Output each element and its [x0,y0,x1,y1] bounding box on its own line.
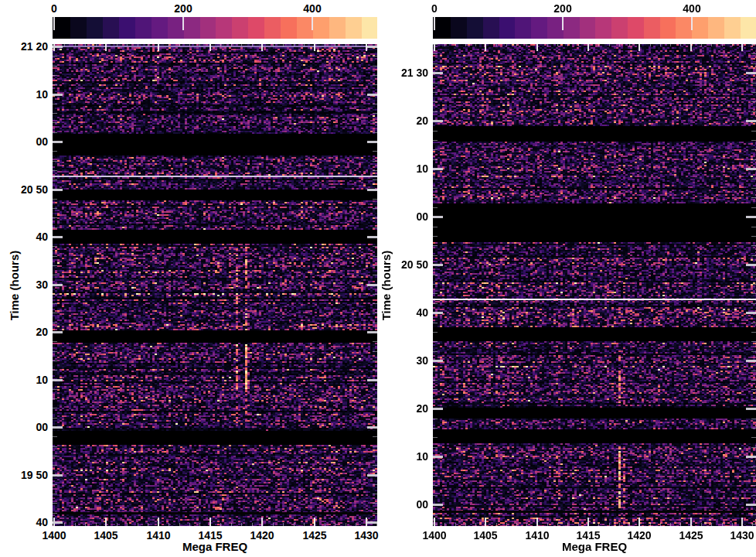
x-tick-label: 1415 [186,528,235,542]
colorbar-tick-label: 200 [538,2,587,15]
y-tick-label: 30 [373,354,428,367]
x-tick-label: 1430 [717,528,756,542]
x-tick-label: 1420 [615,528,664,542]
y-tick-label: 00 [0,420,48,434]
y-tick-label: 40 [373,306,428,320]
spectrogram-canvas-right [433,44,756,526]
y-tick-label: 10 [0,87,48,101]
x-tick-label: 1400 [410,528,459,542]
y-tick-label: 00 [0,135,48,149]
colorbar-tick-label: 0 [29,2,79,15]
y-axis-title-right: Time (hours) [380,224,397,347]
x-axis-title-left: Mega FREQ [161,540,269,554]
colorbar-tick-label: 400 [288,2,337,15]
spectrogram-panel-right: Time (hours) Mega FREQ 020040021 3020100… [0,0,756,557]
figure: Time (hours) Mega FREQ 020040021 2010002… [0,0,756,557]
y-tick-label: 40 [0,515,48,529]
x-tick-label: 1405 [81,528,131,542]
y-tick-label: 00 [373,497,428,511]
y-tick-label: 21 30 [373,66,428,80]
x-tick-label: 1420 [237,528,287,542]
colorbar-tick-label: 200 [158,2,208,15]
colorbar-tick-label: 0 [410,2,459,15]
y-tick-label: 20 [0,325,48,339]
y-tick-label: 10 [373,162,428,176]
x-tick-label: 1405 [461,528,510,542]
x-tick-label: 1425 [290,528,339,542]
y-tick-label: 20 50 [373,258,428,272]
y-tick-label: 20 50 [0,183,48,196]
y-tick-label: 20 [373,114,428,128]
y-tick-label: 21 20 [0,39,48,53]
spectrogram-panel-left: Time (hours) Mega FREQ 020040021 2010002… [0,0,756,557]
y-tick-label: 10 [0,373,48,387]
x-tick-label: 1415 [564,528,613,542]
spectrogram-canvas-left [53,44,377,526]
y-axis-title-left: Time (hours) [8,224,25,347]
colorbar-tick-label: 400 [667,2,717,15]
y-tick-label: 40 [0,230,48,244]
y-tick-label: 20 [373,402,428,415]
y-tick-label: 00 [373,210,428,224]
y-tick-label: 10 [373,449,428,463]
x-tick-label: 1425 [666,528,716,542]
y-tick-label: 19 50 [0,468,48,482]
colorbar-left [53,17,377,39]
x-tick-label: 1410 [513,528,562,542]
x-tick-label: 1410 [134,528,183,542]
y-tick-label: 30 [0,278,48,292]
x-tick-label: 1400 [29,528,79,542]
x-axis-title-right: Mega FREQ [540,540,649,554]
colorbar-right [433,17,756,39]
x-tick-label: 1430 [342,528,391,542]
